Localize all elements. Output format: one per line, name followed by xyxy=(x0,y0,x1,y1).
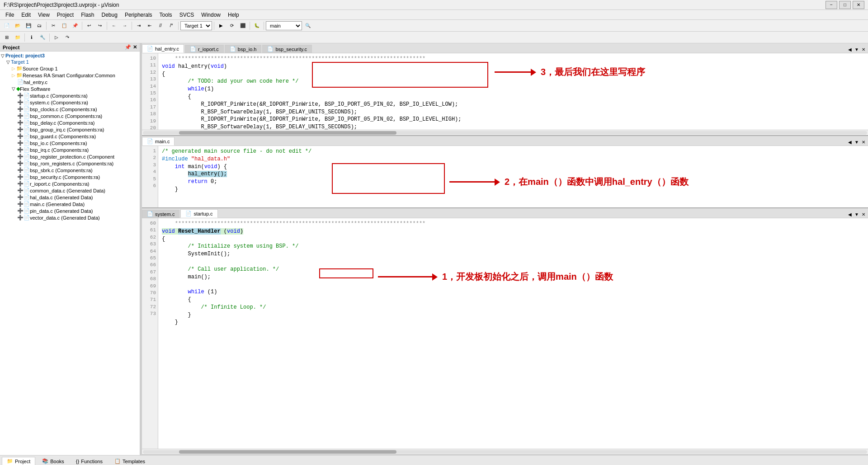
redo-button[interactable]: ↪ xyxy=(95,21,105,31)
menu-file[interactable]: File xyxy=(2,11,18,19)
search-button[interactable]: 🔍 xyxy=(303,21,313,31)
menu-window[interactable]: Window xyxy=(198,11,224,19)
menu-help[interactable]: Help xyxy=(224,11,243,19)
open-button[interactable]: 📂 xyxy=(13,21,23,31)
tree-startup[interactable]: ➕ 📄 startup.c (Components:ra) xyxy=(1,92,139,99)
panel3-left-arrow[interactable]: ◀ xyxy=(847,211,853,218)
tab-bsp-security[interactable]: 📄 bsp_security.c xyxy=(262,45,312,53)
window-mgr-button[interactable]: ⊞ xyxy=(2,33,12,42)
menu-svcs[interactable]: SVCS xyxy=(176,11,198,19)
close-button[interactable]: ✕ xyxy=(853,1,864,9)
tab-startup-c[interactable]: 📄 startup.c xyxy=(180,209,217,218)
menu-view[interactable]: View xyxy=(34,11,53,19)
panel1-down-arrow[interactable]: ▼ xyxy=(854,46,860,53)
panel2-down-arrow[interactable]: ▼ xyxy=(854,139,860,146)
tree-bsp-rom[interactable]: ➕ 📄 bsp_rom_registers.c (Components:ra) xyxy=(1,160,139,167)
panel2-left-arrow[interactable]: ◀ xyxy=(847,139,853,146)
tree-vector-data[interactable]: ➕ 📄 vector_data.c (Generated Data) xyxy=(1,214,139,221)
toggle-uncomment[interactable]: /* xyxy=(166,21,176,31)
project-window-button[interactable]: 📁 xyxy=(13,33,23,42)
new-file-button[interactable]: 📄 xyxy=(2,21,12,31)
tree-ra-config[interactable]: ▷ 📁 Renesas RA Smart Configurator:Common xyxy=(1,72,139,79)
stop-build-button[interactable]: ⬛ xyxy=(238,21,248,31)
minimize-button[interactable]: − xyxy=(826,1,837,9)
tree-bsp-guard[interactable]: ➕ 📄 bsp_guard.c (Components:ra) xyxy=(1,133,139,140)
bottom-tab-templates[interactable]: 📋 Templates xyxy=(109,457,150,465)
panel3-scrollbar[interactable] xyxy=(142,449,868,454)
panel3-scrollbar-thumb[interactable] xyxy=(179,450,396,454)
tree-bsp-sbrk[interactable]: ➕ 📄 bsp_sbrk.c (Components:ra) xyxy=(1,167,139,174)
bottom-tab-project[interactable]: 📁 Project xyxy=(2,457,35,465)
project-tree[interactable]: ▽ Project: project3 ▽ Target 1 ▷ 📁 Sourc… xyxy=(0,52,140,455)
project-close-icon[interactable]: ✕ xyxy=(133,44,137,50)
tree-r-ioport[interactable]: ➕ 📄 r_ioport.c (Components:ra) xyxy=(1,180,139,187)
outdent-button[interactable]: ⇤ xyxy=(145,21,155,31)
tree-bsp-io[interactable]: ➕ 📄 bsp_io.c (Components:ra) xyxy=(1,140,139,146)
panel1-scrollbar-track[interactable] xyxy=(143,131,867,135)
tree-hal-entry[interactable]: 📄 hal_entry.c xyxy=(1,79,139,85)
tree-flex[interactable]: ▽ ◆ Flex Software xyxy=(1,85,139,92)
nav-fwd-button[interactable]: → xyxy=(120,21,130,31)
ext-manager-button[interactable]: 🔧 xyxy=(38,33,47,42)
tree-bsp-irq[interactable]: ➕ 📄 bsp_irq.c (Components:ra) xyxy=(1,146,139,153)
main-select[interactable]: main xyxy=(266,21,302,30)
panel3-close[interactable]: ✕ xyxy=(861,211,866,218)
panel2-close[interactable]: ✕ xyxy=(861,139,866,146)
tree-main-c[interactable]: ➕ 📄 main.c (Generated Data) xyxy=(1,201,139,207)
tree-root[interactable]: ▽ Project: project3 xyxy=(1,52,139,59)
tab-bsp-io-h[interactable]: 📄 bsp_io.h xyxy=(225,45,262,53)
panel1-code-content: 10 11 12 13 14 15 16 17 18 19 20 *******… xyxy=(142,53,868,130)
target-select[interactable]: Target 1 xyxy=(180,21,212,30)
panel3-scrollbar-track[interactable] xyxy=(143,450,867,454)
panel1-scrollbar-thumb[interactable] xyxy=(179,131,396,135)
panel1-left-arrow[interactable]: ◀ xyxy=(847,46,853,53)
panel3-down-arrow[interactable]: ▼ xyxy=(854,211,860,218)
menu-tools[interactable]: Tools xyxy=(156,11,176,19)
indent-button[interactable]: ⇥ xyxy=(134,21,144,31)
tree-bsp-group-irq[interactable]: ➕ 📄 bsp_group_irq.c (Components:ra) xyxy=(1,126,139,133)
cut-button[interactable]: ✂ xyxy=(48,21,58,31)
tree-hal-data[interactable]: ➕ 📄 hal_data.c (Generated Data) xyxy=(1,194,139,201)
nav-back-button[interactable]: ← xyxy=(109,21,119,31)
tree-source-group[interactable]: ▷ 📁 Source Group 1 xyxy=(1,65,139,72)
menu-debug[interactable]: Debug xyxy=(98,11,121,19)
tab-r-ioport[interactable]: 📄 r_ioport.c xyxy=(185,45,224,53)
tree-bsp-reg-prot[interactable]: ➕ 📄 bsp_register_protection.c (Component xyxy=(1,153,139,160)
startup-label: startup.c (Components:ra) xyxy=(30,93,88,99)
toolbar2: ⊞ 📁 ℹ 🔧 ▷ ↷ xyxy=(0,32,868,43)
undo-button[interactable]: ↩ xyxy=(84,21,94,31)
bottom-tab-books[interactable]: 📚 Books xyxy=(37,457,69,465)
tree-common-data[interactable]: ➕ 📄 common_data.c (Generated Data) xyxy=(1,187,139,194)
step-over[interactable]: ↷ xyxy=(62,33,72,42)
panel1-close[interactable]: ✕ xyxy=(861,46,866,53)
tab-system-c[interactable]: 📄 system.c xyxy=(142,210,179,218)
panel1-scrollbar[interactable] xyxy=(142,130,868,135)
bottom-tab-functions[interactable]: {} Functions xyxy=(71,457,108,465)
save-button[interactable]: 💾 xyxy=(24,21,33,31)
toggle-comment[interactable]: // xyxy=(156,21,165,31)
tree-pin-data[interactable]: ➕ 📄 pin_data.c (Generated Data) xyxy=(1,207,139,214)
tree-system[interactable]: ➕ 📄 system.c (Components:ra) xyxy=(1,99,139,106)
menu-peripherals[interactable]: Peripherals xyxy=(121,11,156,19)
tab-bsp-io-h-label: bsp_io.h xyxy=(238,47,257,52)
copy-button[interactable]: 📋 xyxy=(59,21,69,31)
save-all-button[interactable]: 🗂 xyxy=(34,21,44,31)
info-center-button[interactable]: ℹ xyxy=(27,33,37,42)
build-button[interactable]: ▶ xyxy=(216,21,226,31)
tree-bsp-clocks[interactable]: ➕ 📄 bsp_clocks.c (Components:ra) xyxy=(1,106,139,113)
paste-button[interactable]: 📌 xyxy=(70,21,80,31)
project-pin-icon[interactable]: 📌 xyxy=(125,44,131,50)
menu-project[interactable]: Project xyxy=(53,11,77,19)
tree-bsp-delay[interactable]: ➕ 📄 bsp_delay.c (Components:ra) xyxy=(1,119,139,126)
tab-hal-entry[interactable]: 📄 hal_entry.c xyxy=(142,44,184,53)
rebuild-button[interactable]: ⟳ xyxy=(227,21,237,31)
tree-bsp-security[interactable]: ➕ 📄 bsp_security.c (Components:ra) xyxy=(1,174,139,180)
tree-target1[interactable]: ▽ Target 1 xyxy=(1,59,139,65)
tab-main-c[interactable]: 📄 main.c xyxy=(142,137,175,146)
run-to-cursor[interactable]: ▷ xyxy=(52,33,61,42)
menu-flash[interactable]: Flash xyxy=(77,11,98,19)
tree-bsp-common[interactable]: ➕ 📄 bsp_common.c (Components:ra) xyxy=(1,113,139,119)
menu-edit[interactable]: Edit xyxy=(18,11,34,19)
debug-button[interactable]: 🐛 xyxy=(252,21,262,31)
maximize-button[interactable]: □ xyxy=(839,1,851,9)
